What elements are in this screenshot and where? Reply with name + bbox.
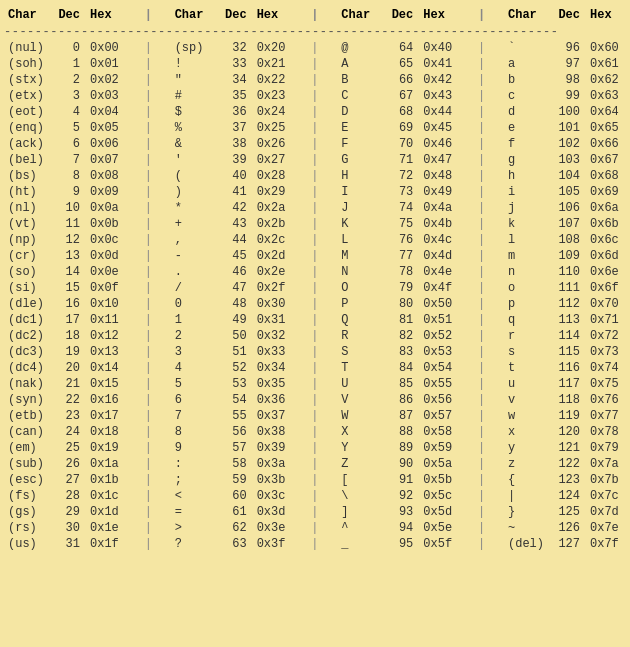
cell: | bbox=[126, 120, 171, 136]
cell: 0x16 bbox=[86, 392, 126, 408]
cell: 8 bbox=[54, 168, 86, 184]
cell: ` bbox=[504, 40, 554, 56]
cell: 0x01 bbox=[86, 56, 126, 72]
cell: | bbox=[293, 392, 338, 408]
cell: u bbox=[504, 376, 554, 392]
cell: | bbox=[126, 456, 171, 472]
cell: | bbox=[293, 56, 338, 72]
cell: $ bbox=[171, 104, 221, 120]
cell: _ bbox=[337, 536, 387, 552]
cell: 0x62 bbox=[586, 72, 626, 88]
cell: 121 bbox=[554, 440, 586, 456]
cell: 0x67 bbox=[586, 152, 626, 168]
cell: 30 bbox=[54, 520, 86, 536]
cell: ] bbox=[337, 504, 387, 520]
ascii-table: Char Dec Hex | Char Dec Hex | Char Dec H… bbox=[4, 6, 626, 552]
cell: ^ bbox=[337, 520, 387, 536]
header-dec2: Dec bbox=[221, 6, 253, 24]
cell: 17 bbox=[54, 312, 86, 328]
cell: 0x2e bbox=[253, 264, 293, 280]
header-sep3: | bbox=[459, 6, 504, 24]
cell: 0x22 bbox=[253, 72, 293, 88]
cell: 0x77 bbox=[586, 408, 626, 424]
cell: 109 bbox=[554, 248, 586, 264]
cell: (gs) bbox=[4, 504, 54, 520]
cell: 0x4b bbox=[419, 216, 459, 232]
cell: 61 bbox=[221, 504, 253, 520]
cell: 19 bbox=[54, 344, 86, 360]
cell: 0x42 bbox=[419, 72, 459, 88]
cell: 95 bbox=[387, 536, 419, 552]
cell: 0x1e bbox=[86, 520, 126, 536]
cell: 98 bbox=[554, 72, 586, 88]
cell: Z bbox=[337, 456, 387, 472]
cell: | bbox=[459, 56, 504, 72]
cell: f bbox=[504, 136, 554, 152]
cell: 0x5b bbox=[419, 472, 459, 488]
cell: | bbox=[126, 376, 171, 392]
cell: 0x0a bbox=[86, 200, 126, 216]
cell: | bbox=[293, 408, 338, 424]
cell: (vt) bbox=[4, 216, 54, 232]
cell: 85 bbox=[387, 376, 419, 392]
cell: 18 bbox=[54, 328, 86, 344]
cell: 5 bbox=[171, 376, 221, 392]
table-row: (rs)300x1e|>620x3e|^940x5e|~1260x7e bbox=[4, 520, 626, 536]
cell: 0x15 bbox=[86, 376, 126, 392]
cell: 88 bbox=[387, 424, 419, 440]
header-dec1: Dec bbox=[54, 6, 86, 24]
cell: 0x7d bbox=[586, 504, 626, 520]
cell: 0x2a bbox=[253, 200, 293, 216]
cell: | bbox=[459, 456, 504, 472]
cell: > bbox=[171, 520, 221, 536]
cell: 0x14 bbox=[86, 360, 126, 376]
cell: 94 bbox=[387, 520, 419, 536]
cell: 0x21 bbox=[253, 56, 293, 72]
cell: 108 bbox=[554, 232, 586, 248]
cell: 27 bbox=[54, 472, 86, 488]
cell: 124 bbox=[554, 488, 586, 504]
cell: 0x55 bbox=[419, 376, 459, 392]
cell: | bbox=[459, 136, 504, 152]
cell: | bbox=[126, 88, 171, 104]
cell: X bbox=[337, 424, 387, 440]
cell: 92 bbox=[387, 488, 419, 504]
cell: 22 bbox=[54, 392, 86, 408]
cell: 79 bbox=[387, 280, 419, 296]
cell: (cr) bbox=[4, 248, 54, 264]
cell: 74 bbox=[387, 200, 419, 216]
cell: 102 bbox=[554, 136, 586, 152]
cell: 0x68 bbox=[586, 168, 626, 184]
cell: 0x54 bbox=[419, 360, 459, 376]
cell: | bbox=[126, 488, 171, 504]
cell: | bbox=[293, 440, 338, 456]
cell: 0x60 bbox=[586, 40, 626, 56]
cell: 122 bbox=[554, 456, 586, 472]
cell: 110 bbox=[554, 264, 586, 280]
cell: 0x09 bbox=[86, 184, 126, 200]
cell: 111 bbox=[554, 280, 586, 296]
cell: | bbox=[459, 264, 504, 280]
cell: h bbox=[504, 168, 554, 184]
cell: 0x17 bbox=[86, 408, 126, 424]
cell: K bbox=[337, 216, 387, 232]
cell: 3 bbox=[54, 88, 86, 104]
cell: 0x6f bbox=[586, 280, 626, 296]
cell: | bbox=[459, 408, 504, 424]
cell: 12 bbox=[54, 232, 86, 248]
cell: | bbox=[293, 72, 338, 88]
cell: | bbox=[459, 168, 504, 184]
cell: H bbox=[337, 168, 387, 184]
cell: (etx) bbox=[4, 88, 54, 104]
cell: | bbox=[293, 168, 338, 184]
cell: 32 bbox=[221, 40, 253, 56]
divider: ----------------------------------------… bbox=[4, 24, 626, 40]
cell: 0x5c bbox=[419, 488, 459, 504]
table-row: (dc1)170x11|1490x31|Q810x51|q1130x71 bbox=[4, 312, 626, 328]
cell: | bbox=[126, 104, 171, 120]
cell: 73 bbox=[387, 184, 419, 200]
table-row: (si)150x0f|/470x2f|O790x4f|o1110x6f bbox=[4, 280, 626, 296]
cell: 0x35 bbox=[253, 376, 293, 392]
cell: { bbox=[504, 472, 554, 488]
header-hex1: Hex bbox=[86, 6, 126, 24]
